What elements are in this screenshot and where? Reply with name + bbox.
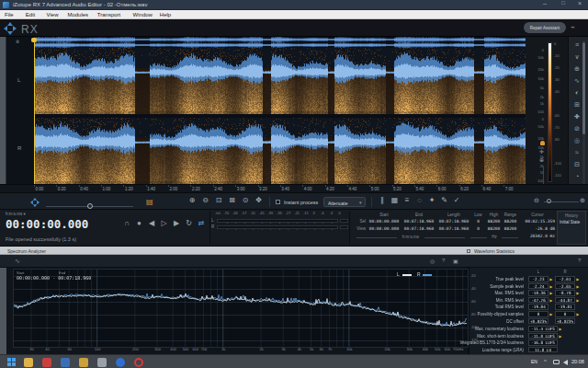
menu-file[interactable]: File [5, 12, 14, 17]
warning-marker-icon[interactable]: ▶ [577, 298, 580, 303]
time-ruler[interactable]: 0:000:200:401:001:201:402:002:202:403:00… [0, 184, 588, 192]
close-button[interactable]: × [573, 0, 586, 9]
module-strip-scrollbar[interactable] [582, 40, 585, 206]
maximize-button[interactable]: □ [557, 0, 570, 9]
warning-marker-icon[interactable]: ▶ [560, 334, 562, 339]
module-icon[interactable]: ≡ [572, 41, 582, 51]
zoom-in-time-icon[interactable]: ⊕ [187, 196, 198, 207]
menu-window[interactable]: Window [133, 12, 153, 17]
warning-marker-icon[interactable]: ▶ [550, 298, 553, 303]
module-icon[interactable]: ≈ [572, 149, 582, 158]
output-routing-button[interactable]: ⇄ [196, 219, 207, 230]
minimize-button[interactable]: – [538, 0, 551, 9]
menu-transport[interactable]: Transport [97, 12, 120, 17]
tray-chevron-up-icon[interactable]: ^ [544, 359, 547, 364]
module-icon[interactable]: ⊟ [572, 161, 582, 170]
stats-panel-dock-icon[interactable] [467, 249, 470, 253]
network-icon[interactable] [553, 360, 560, 364]
app-blue-circle[interactable] [116, 358, 125, 367]
overview-menu-icon[interactable]: ≣ [16, 39, 19, 44]
file-explorer[interactable] [24, 358, 33, 367]
time-selection-tool[interactable]: ∥ [377, 196, 388, 207]
warning-marker-icon[interactable]: ▶ [550, 312, 553, 316]
menu-help[interactable]: Help [160, 12, 171, 17]
horizontal-zoom-handle[interactable] [547, 199, 551, 203]
module-icon[interactable]: ∿ [572, 77, 582, 86]
module-icon[interactable]: ◎ [572, 137, 582, 146]
spectrogram-canvas[interactable] [34, 48, 526, 184]
history-item[interactable]: Initial State [560, 220, 580, 224]
level-meter[interactable]: -Inf.-70-63-57-51-45-39-33-27-21-15-9-6-… [211, 210, 349, 247]
warning-marker-icon[interactable]: ▶ [560, 327, 562, 331]
playhead-line[interactable] [34, 38, 35, 184]
repair-assistant-button[interactable]: Repair Assistant [524, 22, 566, 33]
time-format-dropdown[interactable]: h:m:s.ms ▾ [6, 212, 26, 216]
playhead-handle[interactable] [31, 38, 37, 42]
repair-assistant-icon[interactable]: ⌁ [571, 23, 575, 31]
taskbar-clock[interactable]: 20:08 [571, 359, 584, 364]
spectrum-settings-icon[interactable]: ◎ [430, 258, 435, 264]
stats-help-icon[interactable]: ? [578, 258, 581, 263]
preview-check-icon[interactable]: ✓ [451, 196, 462, 207]
izotope-logo-icon[interactable] [30, 198, 40, 207]
warning-marker-icon[interactable]: ▶ [577, 312, 580, 316]
channel-label-right[interactable]: R [17, 145, 21, 151]
warning-marker-icon[interactable]: ▶ [550, 291, 553, 295]
grab-tool-icon[interactable]: ✥ [254, 196, 265, 207]
lasso-selection-tool[interactable]: ◌ [414, 196, 425, 207]
app-media[interactable] [42, 358, 51, 367]
warning-marker-icon[interactable]: ▶ [577, 291, 580, 295]
left-dock-splitter-bottom[interactable] [0, 268, 6, 354]
spectrum-help-icon[interactable]: ? [442, 258, 445, 263]
record-button[interactable]: ● [134, 219, 145, 230]
language-indicator[interactable]: EN [531, 359, 537, 364]
volume-icon[interactable] [563, 360, 568, 365]
alert-bell-icon[interactable] [540, 141, 545, 145]
blend-slider-handle[interactable] [87, 203, 93, 209]
module-icon[interactable]: ✚ [572, 113, 582, 122]
app-blue[interactable] [61, 358, 70, 367]
horizontal-zoom-in-icon[interactable]: ⊕ [580, 197, 585, 204]
waveform-overview[interactable] [34, 37, 526, 48]
frequency-selection-tool[interactable]: ≡ [401, 196, 413, 207]
warning-marker-icon[interactable]: ▶ [550, 277, 553, 282]
play-selection-button[interactable]: ▷ [159, 219, 170, 230]
start-button[interactable] [7, 358, 16, 366]
zoom-to-selection-icon[interactable]: ⊡ [213, 196, 224, 207]
module-icon[interactable]: ⊘ [572, 125, 582, 134]
waveform-statistics-panel-title[interactable]: Waveform Statistics [474, 248, 514, 254]
zoom-reset-icon[interactable]: ⊠ [227, 196, 238, 207]
play-button[interactable]: ▶ [171, 219, 182, 230]
monitor-button[interactable]: ∩ [121, 219, 132, 230]
loop-button[interactable]: ↻ [184, 219, 195, 230]
time-frequency-selection-tool[interactable]: ▦ [390, 196, 401, 207]
app-red-ring[interactable] [134, 358, 143, 367]
spectrum-snapshot-icon[interactable]: ▣ [453, 258, 458, 264]
channel-label-left[interactable]: L [17, 77, 20, 83]
module-strip-scrollbar-thumb[interactable] [582, 42, 585, 134]
spectrogram-settings-icon[interactable]: ▤ [146, 198, 153, 206]
warning-marker-icon[interactable]: ▶ [577, 284, 580, 289]
menu-edit[interactable]: Edit [26, 12, 35, 17]
menu-view[interactable]: View [47, 12, 59, 17]
app-gray[interactable] [97, 358, 107, 367]
menu-modules[interactable]: Modules [67, 12, 88, 17]
module-icon[interactable]: ◐ [572, 89, 582, 98]
app-dark[interactable] [79, 358, 88, 367]
instant-process-checkbox[interactable] [276, 200, 280, 204]
magnifier-tool-icon[interactable]: ⊙ [240, 196, 251, 207]
playhead-time-display[interactable]: 00:00:00.000 [6, 217, 88, 231]
magic-wand-tool[interactable]: ✦ [426, 196, 437, 207]
warning-marker-icon[interactable]: ▶ [550, 284, 553, 289]
spectrum-analyzer-panel-title[interactable]: Spectrum Analyzer [7, 248, 46, 254]
process-mode-dropdown[interactable]: Attenuate ▾ [323, 197, 366, 207]
horizontal-zoom-out-icon[interactable]: ⊖ [534, 197, 539, 204]
warning-marker-icon[interactable]: ▶ [577, 277, 580, 282]
brush-tool[interactable]: ✎ [439, 196, 450, 207]
module-icon[interactable]: ⊕ [572, 65, 582, 75]
vertical-magnifier-icon[interactable]: ⊕ [539, 156, 544, 163]
vertical-zoom-in-icon[interactable]: ✛ [539, 148, 544, 155]
module-icon[interactable]: ◔ [572, 173, 582, 182]
return-to-start-button[interactable]: ◀ [146, 219, 157, 230]
module-icon[interactable]: ∨ [572, 53, 582, 63]
